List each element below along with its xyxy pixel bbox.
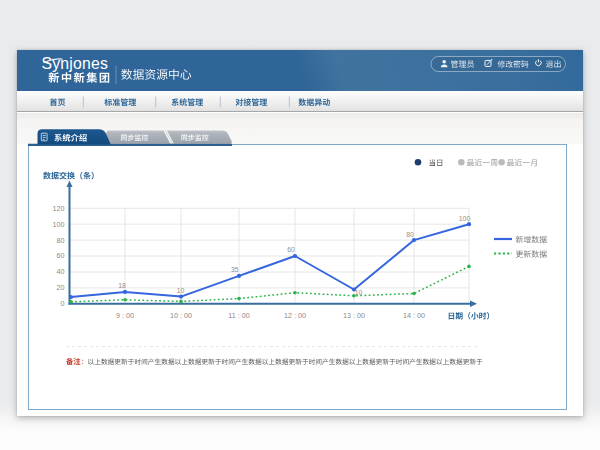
svg-text:18: 18 bbox=[118, 282, 126, 289]
svg-text:9 : 00: 9 : 00 bbox=[116, 311, 134, 320]
svg-text:13 : 00: 13 : 00 bbox=[343, 311, 365, 320]
svg-text:60: 60 bbox=[57, 251, 65, 260]
svg-text:10 : 00: 10 : 00 bbox=[170, 311, 192, 320]
svg-text:35: 35 bbox=[231, 266, 239, 273]
svg-text:120: 120 bbox=[53, 204, 65, 213]
svg-text:11 : 00: 11 : 00 bbox=[228, 311, 249, 320]
svg-text:100: 100 bbox=[459, 215, 471, 222]
svg-text:60: 60 bbox=[287, 246, 295, 253]
svg-text:40: 40 bbox=[57, 267, 65, 276]
svg-text:100: 100 bbox=[53, 220, 65, 229]
svg-text:10: 10 bbox=[177, 287, 185, 294]
svg-text:Synjones: Synjones bbox=[42, 55, 109, 72]
svg-text:12 : 00: 12 : 00 bbox=[284, 311, 306, 320]
svg-text:80: 80 bbox=[57, 236, 65, 245]
svg-text:80: 80 bbox=[406, 231, 414, 238]
svg-text:10: 10 bbox=[355, 289, 363, 296]
svg-text:0: 0 bbox=[61, 299, 65, 308]
svg-text:20: 20 bbox=[57, 283, 65, 292]
svg-text:14 : 00: 14 : 00 bbox=[403, 311, 425, 320]
